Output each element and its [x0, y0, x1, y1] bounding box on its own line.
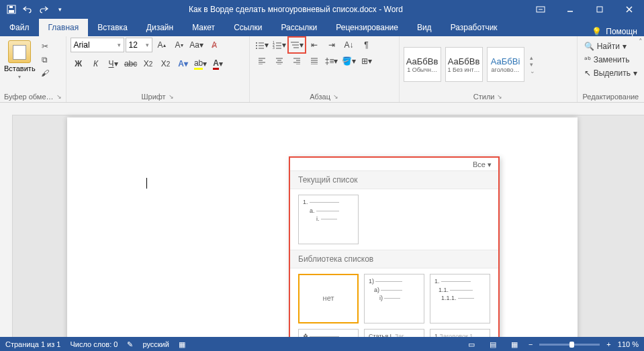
font-size-combo[interactable]: 12▾ [126, 38, 152, 52]
editing-group-label: Редактирование [582, 93, 639, 101]
list-style-article-section[interactable]: Статья I. Заг Раздел 1.01 (a) Заголовок [364, 329, 424, 337]
font-dialog-launcher-icon[interactable]: ↘ [169, 93, 174, 100]
page-count[interactable]: Страница 1 из 1 [5, 340, 60, 348]
svg-point-7 [256, 48, 257, 49]
superscript-button[interactable]: X2 [158, 56, 174, 71]
find-button[interactable]: 🔍Найти▾ [582, 40, 629, 52]
tab-file[interactable]: Файл [0, 19, 39, 36]
show-hide-marks-icon[interactable]: ¶ [359, 38, 375, 52]
change-case-icon[interactable]: Aa▾ [189, 38, 205, 52]
help-lightbulb-icon[interactable]: 💡 [592, 27, 602, 36]
window-controls [526, 0, 644, 19]
style-heading1[interactable]: АаБбВіаголово… [487, 47, 524, 82]
print-layout-icon[interactable]: ▤ [486, 339, 500, 350]
shading-icon[interactable]: 🪣▾ [341, 54, 357, 68]
tab-developer[interactable]: Разработчик [441, 19, 507, 36]
font-color-icon[interactable]: A▾ [210, 56, 226, 71]
tab-insert[interactable]: Вставка [88, 19, 137, 36]
paste-label: Вставить [4, 64, 36, 72]
replace-button[interactable]: ᵃᵇЗаменить [582, 54, 633, 66]
sort-icon[interactable]: A↓ [341, 38, 357, 52]
numbering-button[interactable]: 123▾ [271, 38, 287, 52]
text-effects-icon[interactable]: A▾ [175, 56, 191, 71]
tab-home[interactable]: Главная [39, 19, 89, 36]
tab-layout[interactable]: Макет [183, 19, 224, 36]
italic-button[interactable]: К [88, 56, 104, 71]
paragraph-dialog-launcher-icon[interactable]: ↘ [333, 93, 338, 100]
highlight-color-icon[interactable]: ab▾ [193, 56, 209, 71]
close-icon[interactable] [614, 0, 644, 19]
clear-formatting-icon[interactable]: A̷ [206, 38, 222, 52]
borders-icon[interactable]: ⊞▾ [359, 54, 375, 68]
justify-icon[interactable] [306, 54, 322, 68]
tab-mailings[interactable]: Рассылки [271, 19, 326, 36]
horizontal-ruler[interactable] [0, 103, 644, 115]
dropdown-all-filter[interactable]: Все ▾ [473, 160, 492, 169]
align-right-icon[interactable] [289, 54, 305, 68]
clipboard-dialog-launcher-icon[interactable]: ↘ [56, 93, 62, 100]
select-button[interactable]: ↖Выделить▾ [582, 67, 640, 79]
strikethrough-button[interactable]: abc [123, 56, 139, 71]
zoom-slider[interactable] [539, 344, 600, 346]
copy-icon[interactable]: ⧉ [38, 54, 52, 66]
undo-icon[interactable] [21, 3, 34, 15]
styles-dialog-launcher-icon[interactable]: ↘ [497, 93, 502, 100]
spellcheck-icon[interactable]: ✎ [127, 340, 133, 349]
ribbon-tabs: Файл Главная Вставка Дизайн Макет Ссылки… [0, 19, 644, 36]
maximize-icon[interactable] [585, 0, 614, 19]
word-count[interactable]: Число слов: 0 [70, 340, 118, 348]
zoom-out-icon[interactable]: − [528, 340, 533, 348]
current-list-tile[interactable]: 1. a. i. [298, 195, 359, 244]
style-normal[interactable]: АаБбВв1 Обычн… [404, 47, 441, 82]
macro-record-icon[interactable]: ▦ [179, 340, 185, 349]
svg-rect-1 [9, 10, 14, 13]
cursor-icon: ↖ [584, 68, 591, 78]
svg-rect-2 [9, 6, 13, 8]
paste-button[interactable]: Вставить ▾ [4, 38, 36, 80]
styles-gallery-expand-icon[interactable]: ▴▾⌄ [528, 54, 537, 74]
grow-font-icon[interactable]: A▴ [154, 38, 170, 52]
list-style-bullets[interactable]: ❖ ➤ • [298, 329, 359, 337]
format-painter-icon[interactable]: 🖌 [38, 67, 52, 79]
vertical-ruler[interactable] [0, 115, 13, 337]
bold-button[interactable]: Ж [71, 56, 87, 71]
list-style-decimal-outline[interactable]: 1. 1.1. 1.1.1. [430, 274, 490, 323]
list-style-paren-numeric[interactable]: 1) a) i) [364, 274, 424, 323]
zoom-level[interactable]: 110 % [618, 340, 639, 348]
list-library-header: Библиотека списков [290, 250, 498, 268]
tab-references[interactable]: Ссылки [224, 19, 271, 36]
align-center-icon[interactable] [271, 54, 287, 68]
web-layout-icon[interactable]: ▦ [507, 339, 522, 350]
read-mode-icon[interactable]: ▭ [464, 339, 479, 350]
list-style-none[interactable]: нет [298, 274, 359, 323]
multilevel-list-button[interactable]: ▾ [289, 38, 305, 52]
bullets-button[interactable]: ▾ [254, 38, 270, 52]
underline-button[interactable]: Ч▾ [105, 56, 122, 71]
align-left-icon[interactable] [254, 54, 270, 68]
shrink-font-icon[interactable]: A▾ [171, 38, 187, 52]
minimize-icon[interactable] [555, 0, 585, 19]
save-icon[interactable] [5, 3, 17, 15]
tab-view[interactable]: Вид [408, 19, 441, 36]
qat-customize-icon[interactable]: ▾ [54, 3, 66, 15]
language-status[interactable]: русский [142, 340, 169, 348]
list-style-numeric-heading[interactable]: 1 Заголовок 1 1.1 Заголовок 1.1.1 Заголо… [430, 329, 490, 337]
style-no-spacing[interactable]: АаБбВв1 Без инт… [445, 47, 483, 82]
zoom-in-icon[interactable]: + [606, 340, 610, 348]
svg-rect-4 [597, 7, 602, 12]
ribbon-options-icon[interactable] [526, 0, 555, 19]
group-font: Arial▾ 12▾ A▴ A▾ Aa▾ A̷ Ж К Ч▾ abc X2 X2… [66, 36, 250, 102]
help-text[interactable]: Помощн [606, 27, 637, 36]
decrease-indent-icon[interactable]: ⇤ [306, 38, 322, 52]
collapse-ribbon-icon[interactable]: ˄ [639, 38, 643, 46]
replace-icon: ᵃᵇ [584, 55, 591, 64]
increase-indent-icon[interactable]: ⇥ [324, 38, 340, 52]
cut-icon[interactable]: ✂ [38, 40, 52, 52]
redo-icon[interactable] [38, 3, 50, 15]
font-name-combo[interactable]: Arial▾ [71, 38, 124, 52]
subscript-button[interactable]: X2 [140, 56, 156, 71]
tab-review[interactable]: Рецензирование [326, 19, 408, 36]
tab-design[interactable]: Дизайн [137, 19, 183, 36]
line-spacing-icon[interactable]: ‡≡▾ [324, 54, 340, 68]
group-clipboard: Вставить ▾ ✂ ⧉ 🖌 Буфер обме…↘ [0, 36, 66, 102]
